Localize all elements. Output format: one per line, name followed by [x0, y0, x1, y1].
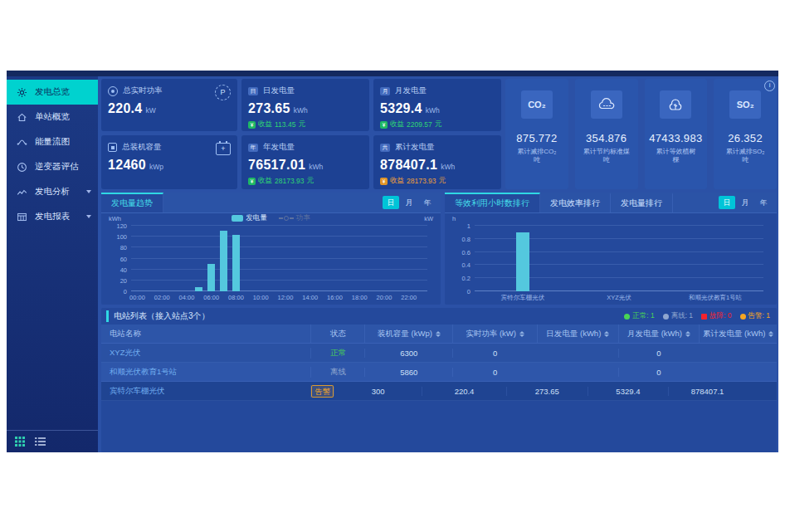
station-name-cell[interactable]: XYZ光伏	[101, 348, 310, 359]
env-card: 47433.983累计等效植树棵	[645, 79, 708, 189]
table-body: XYZ光伏正常630000和顺光伏教育1号站离线586000宾特尔车棚光伏告警3…	[101, 344, 777, 401]
sort-icon[interactable]	[604, 331, 609, 337]
profit-row: ¥ 收益 28173.93 元	[248, 176, 363, 186]
table-row[interactable]: 和顺光伏教育1号站离线586000	[101, 363, 777, 382]
sidebar-item-label: 逆变器评估	[35, 161, 91, 173]
column-header[interactable]: 实时功率 (kW)	[452, 325, 537, 343]
env-value: 47433.983	[645, 132, 708, 144]
period-button[interactable]: 日	[719, 196, 735, 209]
sidebar-item[interactable]: 逆变器评估	[7, 154, 98, 179]
column-header[interactable]: 累计发电量 (kWh)	[699, 325, 777, 343]
kpi-unit: kWh	[294, 106, 308, 115]
main-content: 总实时功率 P 220.4 kW 总装机容量 + 12460 kWp	[98, 76, 778, 452]
period-button[interactable]: 年	[419, 196, 436, 209]
sidebar-item[interactable]: 能量流图	[7, 129, 98, 154]
env-label: 累计节约标准煤	[575, 148, 638, 156]
tab-ranking[interactable]: 发电量排行	[611, 193, 673, 212]
value-cell: 6300	[364, 349, 452, 358]
daily-icon: 日	[248, 87, 258, 95]
panel-header: 发电量趋势 日月年	[101, 193, 441, 213]
column-header: 电站名称	[101, 325, 310, 343]
period-button[interactable]: 日	[383, 196, 399, 209]
status-legend-label: 离线: 1	[671, 311, 693, 321]
sort-icon[interactable]	[436, 331, 441, 337]
profit-row: ¥ 收益 28173.93 元	[380, 176, 495, 186]
column-header[interactable]: 日发电量 (kWh)	[537, 325, 618, 343]
status-legend-item: 离线: 1	[663, 311, 693, 321]
panel-header: 等效利用小时数排行发电效率排行发电量排行 日月年	[445, 193, 777, 213]
sidebar-item-label: 能量流图	[35, 136, 91, 148]
value-cell: 0	[452, 349, 537, 358]
sidebar-item[interactable]: 发电分析	[7, 179, 98, 204]
x-tick-label: 20:00	[377, 294, 392, 301]
station-name-cell[interactable]: 和顺光伏教育1号站	[101, 367, 310, 378]
station-name-cell[interactable]: 宾特尔车棚光伏	[101, 386, 310, 397]
coal-icon	[591, 90, 622, 119]
column-header-label: 日发电量 (kWh)	[546, 329, 601, 339]
status-marker	[701, 314, 707, 320]
x-tick-label: 00:00	[129, 294, 145, 301]
gridline	[131, 225, 427, 226]
y-tick-label: 0	[124, 288, 127, 295]
sort-icon[interactable]	[685, 331, 690, 337]
env-card: CO₂875.772累计减排CO₂吨	[505, 79, 568, 189]
y-tick-label: 60	[120, 255, 127, 262]
status-marker	[663, 314, 669, 320]
gridline	[475, 225, 763, 226]
status-legend-item: 告警: 1	[740, 311, 770, 321]
x-tick-label: 02:00	[154, 294, 170, 301]
profit-row: ¥ 收益 2209.57 元	[380, 120, 495, 129]
kpi-card-total-energy: 共 累计发电量 878407.1 kWh ¥ 收益 28173.93 元	[373, 135, 501, 189]
power-p-icon: P	[215, 85, 231, 100]
menu-collapse-icon[interactable]	[35, 437, 46, 446]
profit-unit: 元	[435, 120, 442, 129]
env-unit: 棵	[645, 156, 708, 164]
value-cell: 878407.1	[668, 387, 746, 396]
legend-item[interactable]: 发电量	[232, 213, 267, 223]
tab-generation-trend[interactable]: 发电量趋势	[101, 193, 163, 212]
sidebar-item[interactable]: 发电报表	[7, 204, 98, 229]
column-header: 状态	[310, 325, 364, 343]
legend-label: 发电量	[246, 213, 267, 223]
sidebar-item[interactable]: 发电总览	[7, 80, 98, 105]
status-cell: 正常	[310, 348, 364, 359]
sidebar-item[interactable]: 单站概览	[7, 105, 98, 129]
app-grid-icon[interactable]	[15, 437, 25, 447]
period-button[interactable]: 月	[401, 196, 417, 209]
y-tick-label: 120	[116, 222, 127, 230]
x-tick-label: 和顺光伏教育1号站	[689, 294, 742, 302]
tab-ranking[interactable]: 等效利用小时数排行	[445, 193, 540, 212]
tab-ranking[interactable]: 发电效率排行	[540, 193, 611, 212]
kpi-value: 76517.01	[248, 158, 305, 173]
profit-unit: 元	[298, 120, 305, 129]
period-button[interactable]: 月	[737, 196, 753, 209]
env-value: 875.772	[505, 132, 568, 144]
period-button[interactable]: 年	[755, 196, 772, 209]
column-header-label: 装机容量 (kWp)	[378, 329, 432, 339]
kpi-label: 年发电量	[263, 142, 295, 153]
bar	[195, 287, 202, 291]
chart-legend: 发电量功率	[101, 213, 441, 223]
so2-icon: SO₂	[729, 90, 761, 119]
x-tick-label: 08:00	[228, 294, 244, 301]
ranking-panel: 等效利用小时数排行发电效率排行发电量排行 日月年 h 00.20.40.60.8…	[445, 193, 777, 305]
info-icon[interactable]: i	[764, 81, 775, 91]
bar	[220, 231, 227, 291]
chevron-down-icon	[86, 215, 91, 218]
kpi-label: 总装机容量	[122, 142, 162, 153]
table-row[interactable]: 宾特尔车棚光伏告警300220.4273.655329.4878407.1	[101, 382, 777, 401]
y-tick-label: 100	[116, 233, 127, 241]
value-cell: 5860	[364, 368, 452, 377]
sort-icon[interactable]	[768, 331, 773, 337]
x-tick-label: 04:00	[179, 294, 195, 301]
status-legend-label: 告警: 1	[748, 311, 770, 321]
column-header[interactable]: 装机容量 (kWp)	[364, 325, 452, 343]
kpi-value: 12460	[108, 158, 146, 173]
kpi-value: 5329.4	[380, 101, 422, 116]
yuan-badge-icon: ¥	[380, 121, 388, 129]
table-row[interactable]: XYZ光伏正常630000	[101, 344, 777, 363]
sort-icon[interactable]	[519, 331, 524, 337]
x-tick-label: 12:00	[278, 294, 294, 301]
column-header[interactable]: 月发电量 (kWh)	[618, 325, 700, 343]
legend-item[interactable]: 功率	[279, 213, 310, 223]
